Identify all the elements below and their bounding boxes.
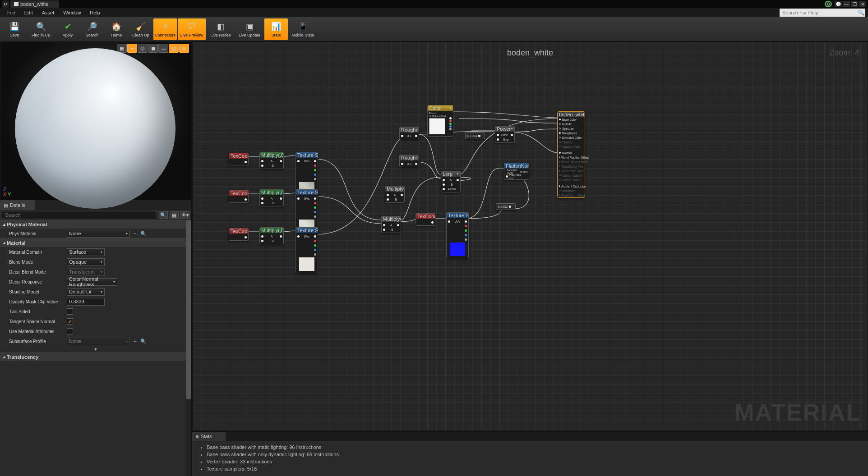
save-button[interactable]: 💾Save [3,18,26,40]
toolbar: 💾Save 🔍Find in CB ✔Apply 🔎Search 🏠Home 🧹… [0,17,868,41]
notifications-icon[interactable]: 💬 [835,1,842,7]
scrollbar-track[interactable] [186,220,191,476]
maximize-button[interactable]: ❐ [851,1,858,7]
menu-help[interactable]: Help [85,10,105,15]
decal-response-combo[interactable]: Color Normal Roughness [67,278,117,286]
node-texcoord[interactable]: TexCoord▾ [229,190,249,203]
connectors-button[interactable]: ⎆Connectors [153,18,177,40]
stats-line: Vertex shader: 33 instructions [207,458,860,465]
expand-arrow[interactable]: ▼ [0,346,191,352]
node-scalar[interactable]: 0.1004 [465,133,485,139]
node-lerp[interactable]: Lerp▾ABAlpha [441,171,461,192]
category-translucency[interactable]: Translucency [0,352,191,361]
graph-wires [193,42,868,430]
graph-title: boden_white [507,48,553,58]
material-domain-combo[interactable]: Surface [67,248,105,256]
node-color-param[interactable]: Color▾Param (0.9,0.9,0.9,1) [427,105,453,137]
vp-cylinder-icon[interactable]: ◎ [138,44,148,53]
scrollbar-thumb[interactable] [186,220,191,399]
apply-button[interactable]: ✔Apply [56,18,79,40]
vp-sphere-icon[interactable]: ● [127,44,137,53]
category-physical-material[interactable]: Physical Material [0,220,191,229]
vp-cube-icon[interactable]: ◼ [148,44,158,53]
help-search-input[interactable] [780,9,856,17]
document-tab[interactable]: boden_white [10,0,59,8]
mobile-icon: 📱 [296,21,309,32]
node-texture-sample[interactable]: Texture Sample▾UVs [446,212,469,258]
stats-panel: Base pass shader with static lighting: 9… [192,441,868,476]
stats-icon: ≡ [196,434,199,439]
stats-line: Base pass shader with static lighting: 9… [207,444,860,451]
material-preview-viewport[interactable]: ▦ ● ◎ ◼ ▭ ▧ ◍ ZX Y [0,41,191,200]
blend-mode-combo[interactable]: Opaque [67,258,105,266]
app-logo-icon: U [2,0,9,8]
node-scalar[interactable]: 0.8232 [496,203,516,210]
node-multiply[interactable]: Multiply(,0.9341)▾AB [259,189,284,206]
home-button[interactable]: 🏠Home [105,18,128,40]
search-icon[interactable]: 🔍 [159,211,168,219]
stats-tab[interactable]: ≡ Stats [192,432,226,441]
menu-window[interactable]: Window [59,10,85,15]
shading-model-combo[interactable]: Default Lit [67,288,105,296]
details-tab-label: Details [10,202,25,208]
node-multiply[interactable]: Multiply▾AB [385,186,405,203]
nodes-icon: ◧ [214,21,227,32]
menu-file[interactable]: File [3,10,20,15]
material-graph[interactable]: boden_white Zoom -4 MATERIAL [192,41,868,431]
browse-icon[interactable]: 🔍 [140,339,147,344]
document-icon [14,2,18,6]
node-multiply[interactable]: Multiply(,0.088)▾AB [259,227,284,244]
reset-icon[interactable]: ← [133,339,138,344]
node-multiply[interactable]: Multiply▾AB [381,216,401,233]
minimize-button[interactable]: — [843,1,850,7]
two-sided-checkbox[interactable] [67,308,73,315]
graph-watermark: MATERIAL [734,399,861,426]
vp-plane-icon[interactable]: ▭ [158,44,168,53]
cleanup-button[interactable]: 🧹Clean Up [129,18,152,40]
eye-icon[interactable]: 👁▾ [180,211,189,219]
node-material-output[interactable]: boden_white Base Color Metallic Specular… [557,111,585,198]
tangent-space-normal-checkbox[interactable]: ✔ [67,318,73,325]
menu-edit[interactable]: Edit [20,10,37,15]
category-material[interactable]: Material [0,238,191,247]
subsurface-profile-combo: None [67,338,130,345]
node-power[interactable]: Power▾BaseExp [495,126,515,143]
stats-button[interactable]: 📊Stats [264,18,288,40]
live-nodes-button[interactable]: ◧Live Nodes [207,18,235,40]
node-texture-sample[interactable]: Texture Sample▾UVs [295,227,318,273]
node-texcoord[interactable]: TexCoord▾ [229,153,249,165]
reset-icon[interactable]: ← [133,231,138,237]
matrix-icon[interactable]: ▦ [170,211,179,219]
node-texcoord[interactable]: TexCoord▾ [229,228,249,241]
search-icon: 🔎 [86,21,98,32]
phys-material-combo[interactable]: None [67,230,130,238]
search-icon[interactable]: 🔍 [856,9,865,17]
opacity-mask-clip-input[interactable]: 0.3333 [67,298,105,306]
floppy-icon: 💾 [8,21,21,32]
node-roughness-min[interactable]: RoughnessMin▾0.3 [399,155,419,167]
stats-tab-label: Stats [200,434,212,439]
node-flatten-normal[interactable]: FlattenNormal▾Normal (V3)ResultFlatness … [504,163,529,180]
node-roughness-max[interactable]: RoughnessMax▾0.1 [399,127,419,139]
details-icon: ▤ [4,202,8,208]
node-multiply[interactable]: Multiply(,0.2194)▾AB [259,152,284,169]
graph-zoom-label: Zoom -4 [829,48,859,58]
vp-grid-icon[interactable]: ◍ [179,44,189,53]
broom-icon: 🧹 [134,21,147,32]
magnifier-icon: 🔍 [35,21,47,32]
search-button[interactable]: 🔎Search [80,18,104,40]
live-preview-button[interactable]: ☑Live Preview [178,18,206,40]
details-tab[interactable]: ▤ Details [0,200,35,210]
stats-icon: 📊 [270,21,282,32]
use-material-attributes-checkbox[interactable] [67,328,73,334]
browse-icon[interactable]: 🔍 [140,231,147,237]
source-control-icon[interactable]: ↻ [825,1,832,7]
close-button[interactable]: ✕ [859,1,866,7]
vp-mesh-icon[interactable]: ▧ [169,44,179,53]
menu-asset[interactable]: Asset [37,10,59,15]
mobile-stats-button[interactable]: 📱Mobile Stats [289,18,317,40]
find-in-cb-button[interactable]: 🔍Find in CB [27,18,55,40]
node-texcoord[interactable]: TexCoord▾ [416,213,435,226]
details-search-input[interactable] [2,211,157,219]
live-update-button[interactable]: ▣Live Update [235,18,263,40]
